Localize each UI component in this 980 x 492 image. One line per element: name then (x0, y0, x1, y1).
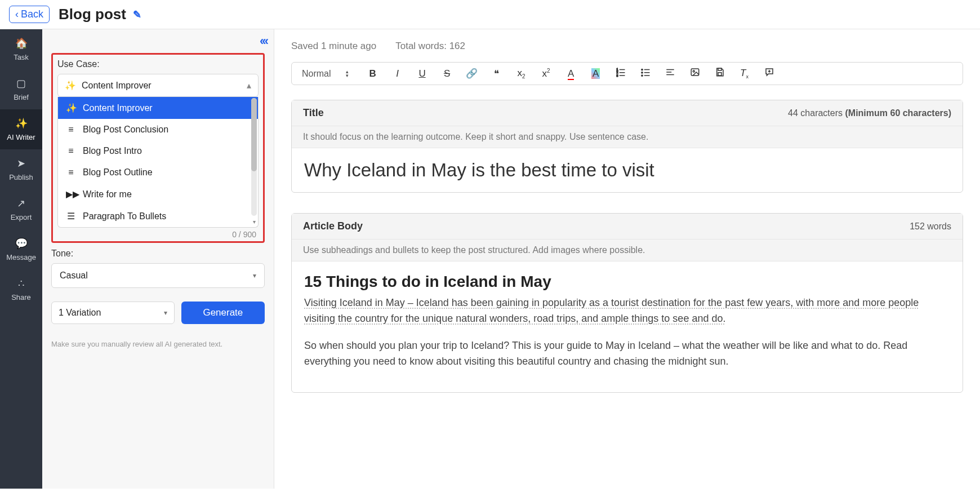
sidenav-item-ai-writer[interactable]: ✨ AI Writer (0, 109, 42, 149)
sidenav-item-task[interactable]: 🏠 Task (0, 29, 42, 69)
sidenav-item-publish[interactable]: ➤ Publish (0, 149, 42, 189)
word-count: Total words: 162 (395, 41, 465, 52)
body-word-count: 152 words (910, 221, 951, 232)
title-meta: 44 characters (Minimum 60 characters) (788, 108, 951, 118)
use-case-label: Use Case: (57, 59, 259, 69)
sidenav-label: AI Writer (7, 133, 35, 141)
dropdown-scrollbar-thumb[interactable] (251, 98, 257, 171)
title-char-min: (Minimum 60 characters) (845, 108, 951, 118)
option-label: Content Improver (83, 103, 153, 113)
collapse-panel-button[interactable]: ‹‹‹ (260, 34, 267, 48)
option-label: Blog Post Intro (83, 146, 142, 156)
align-button[interactable] (664, 67, 676, 80)
use-case-option-para-to-bullets[interactable]: ☰ Paragraph To Bullets (58, 205, 258, 227)
save-button[interactable] (714, 67, 726, 80)
share-icon: ∴ (18, 277, 24, 290)
chevron-left-icon: ‹ (15, 8, 19, 20)
chat-icon: 💬 (15, 237, 28, 250)
page-title: Blog post (59, 6, 126, 23)
use-case-option-outline[interactable]: ≡ Blog Post Outline (58, 162, 258, 183)
underline-button[interactable]: U (416, 68, 429, 79)
option-label: Paragraph To Bullets (83, 211, 166, 221)
use-case-option-conclusion[interactable]: ≡ Blog Post Conclusion (58, 119, 258, 140)
option-label: Write for me (83, 189, 132, 200)
use-case-dropdown-list[interactable]: ✨ Content Improver ≡ Blog Post Conclusio… (58, 97, 258, 227)
superscript-button[interactable]: x2 (540, 68, 553, 79)
bold-button[interactable]: B (367, 68, 379, 79)
svg-rect-15 (691, 69, 699, 76)
magic-wand-icon: ✨ (66, 103, 76, 113)
body-editor[interactable]: 15 Things to do in Iceland in May Visiti… (292, 261, 963, 392)
tone-value: Casual (60, 271, 88, 281)
title-input[interactable] (304, 159, 950, 181)
tone-label: Tone: (51, 249, 265, 259)
use-case-dropdown: ✨ Content Improver ≡ Blog Post Conclusio… (57, 97, 259, 228)
variations-value: 1 Variation (59, 308, 101, 318)
article-paragraph-1: Visiting Iceland in May – Iceland has be… (304, 295, 950, 327)
tone-block: Tone: Casual ▾ (51, 249, 265, 288)
body-section: Article Body 152 words Use subheadings a… (291, 213, 963, 393)
top-bar: ‹ Back Blog post ✎ (0, 0, 980, 29)
image-button[interactable] (689, 67, 701, 80)
strikethrough-button[interactable]: S (441, 68, 453, 79)
svg-rect-18 (718, 73, 721, 76)
sidenav-label: Brief (14, 93, 29, 101)
clear-format-button[interactable]: Tx (738, 68, 751, 79)
caret-up-icon: ▴ (247, 80, 251, 91)
svg-point-10 (641, 75, 642, 76)
back-button[interactable]: ‹ Back (9, 6, 50, 23)
sidenav-item-export[interactable]: ↗ Export (0, 189, 42, 229)
sidenav-item-message[interactable]: 💬 Message (0, 229, 42, 269)
tone-select[interactable]: Casual ▾ (51, 263, 265, 288)
quote-button[interactable]: ❝ (491, 68, 503, 79)
edit-icon[interactable]: ✎ (133, 8, 141, 21)
format-label: Normal (302, 69, 331, 79)
chevron-down-icon: ▾ (253, 272, 256, 280)
unordered-list-button[interactable] (639, 67, 652, 80)
link-button[interactable]: 🔗 (466, 68, 478, 79)
caret-down-icon[interactable]: ▾ (253, 219, 256, 225)
use-case-option-write-for-me[interactable]: ▶▶ Write for me (58, 183, 258, 205)
saved-status: Saved 1 minute ago (291, 41, 376, 52)
body-subtext: Use subheadings and bullets to keep the … (292, 240, 963, 261)
format-select[interactable]: Normal ▴▾ (302, 69, 354, 79)
ordered-list-button[interactable]: 123 (614, 67, 627, 80)
use-case-select[interactable]: ✨ Content Improver ▴ (57, 74, 259, 97)
highlight-button[interactable]: A (590, 68, 602, 79)
comment-add-button[interactable] (763, 67, 776, 80)
title-char-count: 44 characters (788, 108, 845, 118)
caret-updown-icon: ▴▾ (346, 70, 349, 78)
variations-select[interactable]: 1 Variation ▾ (51, 302, 175, 324)
fast-forward-icon: ▶▶ (66, 189, 76, 200)
use-case-highlight-box: Use Case: ✨ Content Improver ▴ ✨ Content… (51, 53, 265, 243)
subscript-button[interactable]: x2 (515, 68, 528, 79)
tablet-icon: ▢ (16, 77, 26, 90)
italic-button[interactable]: I (391, 68, 404, 79)
use-case-option-content-improver[interactable]: ✨ Content Improver (58, 97, 258, 119)
text-color-button[interactable]: A (565, 68, 577, 79)
generate-row: 1 Variation ▾ Generate (51, 302, 265, 324)
title-section: Title 44 characters (Minimum 60 characte… (291, 100, 963, 193)
generate-button[interactable]: Generate (181, 302, 265, 324)
sidenav-label: Task (14, 53, 29, 61)
chevron-down-icon: ▾ (164, 309, 167, 317)
svg-point-8 (641, 72, 642, 73)
status-row: Saved 1 minute ago Total words: 162 (291, 41, 963, 52)
article-h2: 15 Things to do in Iceland in May (304, 273, 950, 291)
lines-icon: ≡ (66, 146, 76, 156)
lines-icon: ≡ (66, 167, 76, 178)
title-section-header: Title 44 characters (Minimum 60 characte… (292, 100, 963, 126)
svg-point-16 (693, 70, 694, 72)
sidenav-item-brief[interactable]: ▢ Brief (0, 69, 42, 109)
export-icon: ↗ (17, 197, 25, 210)
body-section-header: Article Body 152 words (292, 214, 963, 240)
review-hint: Make sure you manually review all AI gen… (51, 340, 265, 348)
lines-icon: ≡ (66, 125, 76, 135)
use-case-option-intro[interactable]: ≡ Blog Post Intro (58, 140, 258, 162)
sidenav-item-share[interactable]: ∴ Share (0, 269, 42, 309)
option-label: Blog Post Conclusion (83, 125, 168, 135)
page-title-wrap: Blog post ✎ (59, 6, 141, 23)
body-heading: Article Body (303, 220, 363, 232)
magic-wand-icon: ✨ (65, 80, 76, 91)
ai-settings-panel: ‹‹‹ Use Case: ✨ Content Improver ▴ ✨ Con… (42, 29, 274, 489)
